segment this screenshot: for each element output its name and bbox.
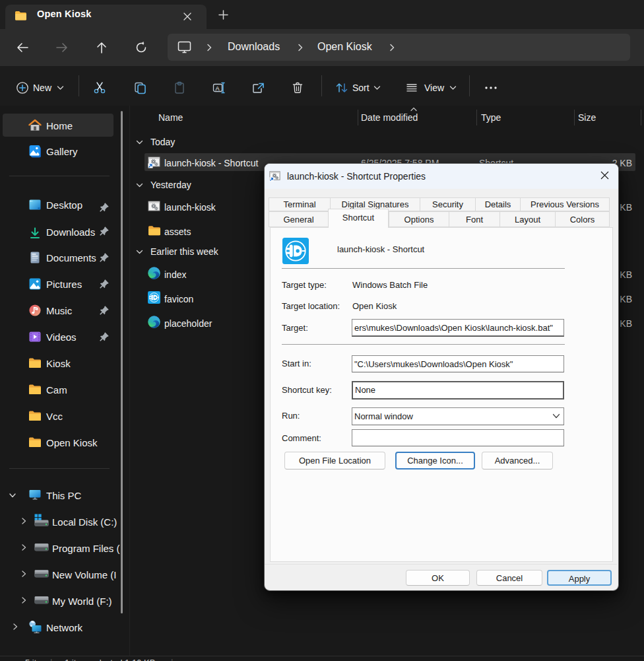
- svg-text:A: A: [216, 85, 220, 92]
